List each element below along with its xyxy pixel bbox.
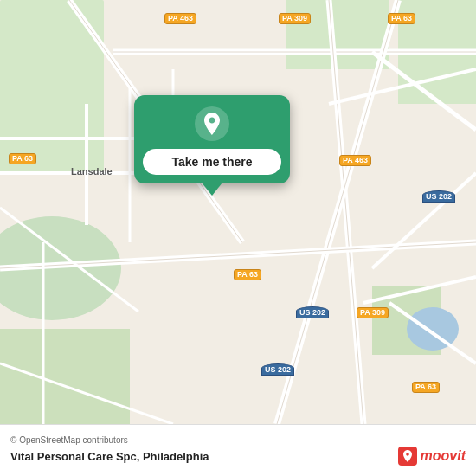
bottom-bar: © OpenStreetMap contributors Vital Perso…: [0, 424, 476, 476]
shield-us202-center: US 202: [296, 303, 329, 318]
moovit-logo: moovit: [398, 447, 466, 466]
svg-text:Lansdale: Lansdale: [71, 166, 113, 177]
bottom-info-row: Vital Personal Care Spc, Philadelphia mo…: [10, 447, 466, 466]
map-svg: Lansdale: [0, 0, 476, 424]
popup-card[interactable]: Take me there: [134, 95, 290, 183]
svg-rect-2: [0, 329, 130, 424]
map-container: Lansdale PA 463 PA 309 PA 63 PA 463 US 2…: [0, 0, 476, 424]
shield-pa463-top: PA 463: [164, 9, 196, 24]
shield-pa63-bottom-right: PA 63: [412, 377, 440, 393]
moovit-brand-name: moovit: [421, 448, 466, 464]
take-me-there-button[interactable]: Take me there: [143, 149, 281, 175]
shield-us202-right: US 202: [422, 187, 455, 203]
shield-pa63-top-right: PA 63: [388, 9, 415, 24]
shield-pa309-top: PA 309: [279, 9, 311, 24]
moovit-brand-icon: [398, 447, 417, 466]
shield-us202-bottom: US 202: [261, 360, 294, 376]
shield-pa63-left: PA 63: [9, 149, 36, 164]
attribution-text: © OpenStreetMap contributors: [10, 435, 466, 445]
shield-pa309-center: PA 309: [357, 303, 389, 318]
location-pin-icon: [194, 106, 230, 142]
shield-pa463-right: PA 463: [339, 151, 371, 166]
shield-pa63-center: PA 63: [234, 265, 261, 280]
location-title: Vital Personal Care Spc, Philadelphia: [10, 450, 209, 463]
